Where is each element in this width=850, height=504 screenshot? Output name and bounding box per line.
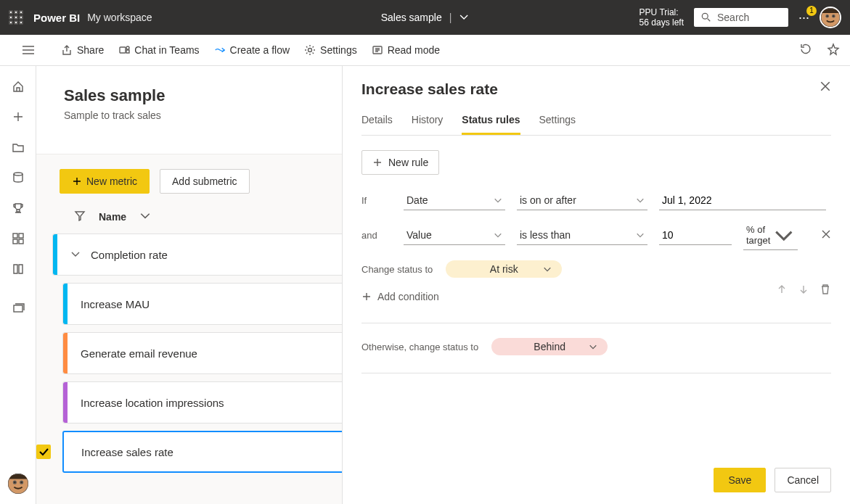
trial-info: PPU Trial: 56 days left — [639, 7, 684, 28]
rule-value-input-2[interactable] — [659, 226, 732, 245]
tab-status-rules[interactable]: Status rules — [462, 114, 520, 135]
add-condition-button[interactable]: Add condition — [361, 291, 439, 302]
rule-field-dropdown-2[interactable]: Value — [404, 226, 505, 245]
metric-name: Increase location impressions — [81, 397, 224, 409]
rule-if-label: If — [361, 195, 392, 206]
row-checkbox[interactable] — [36, 445, 51, 459]
chat-teams-button[interactable]: Chat in Teams — [118, 44, 199, 56]
notification-badge: 1 — [806, 6, 817, 16]
add-submetric-button[interactable]: Add submetric — [160, 169, 249, 194]
app-launcher-icon[interactable] — [9, 10, 23, 25]
sort-chevron-icon[interactable] — [139, 210, 151, 223]
move-rule-down-icon[interactable] — [798, 284, 809, 297]
search-placeholder: Search — [717, 12, 749, 23]
panel-title: Increase sales rate — [361, 80, 831, 98]
rule-operator-dropdown-2[interactable]: is less than — [517, 226, 647, 245]
nav-toggle-icon[interactable] — [10, 45, 46, 55]
nav-apps-icon[interactable] — [11, 231, 25, 246]
rule-operator-dropdown-1[interactable]: is on or after — [517, 191, 647, 210]
nav-user-avatar[interactable] — [8, 474, 28, 494]
new-rule-button[interactable]: New rule — [361, 150, 439, 175]
nav-learn-icon[interactable] — [11, 262, 25, 276]
rule-field-dropdown-1[interactable]: Date — [404, 191, 505, 210]
nav-home-icon[interactable] — [11, 79, 25, 94]
status-dropdown-atrisk[interactable]: At risk — [446, 260, 562, 278]
tab-history[interactable]: History — [412, 114, 444, 135]
report-name[interactable]: Sales sample — [381, 12, 442, 23]
column-name-header[interactable]: Name — [99, 211, 126, 223]
move-rule-up-icon[interactable] — [776, 284, 788, 297]
status-dropdown-behind[interactable]: Behind — [491, 338, 608, 355]
share-button[interactable]: Share — [61, 44, 104, 56]
report-dropdown-icon[interactable] — [459, 12, 469, 24]
favorite-star-icon[interactable] — [827, 43, 840, 58]
save-button[interactable]: Save — [714, 468, 766, 492]
brand-name: Power BI — [33, 12, 80, 24]
metric-name: Generate email revenue — [81, 347, 197, 360]
user-avatar[interactable] — [820, 7, 841, 28]
rule-unit-dropdown[interactable]: % of target — [743, 220, 798, 250]
search-input[interactable]: Search — [694, 8, 788, 27]
cancel-button[interactable]: Cancel — [775, 468, 831, 492]
rule-and-label: and — [361, 230, 392, 241]
new-metric-button[interactable]: New metric — [60, 169, 150, 194]
nav-create-icon[interactable] — [11, 110, 25, 124]
trial-line-1: PPU Trial: — [639, 7, 684, 17]
change-status-label: Change status to — [361, 264, 433, 275]
close-panel-icon[interactable] — [820, 80, 831, 94]
page-title: Sales sample — [64, 86, 165, 105]
separator: | — [449, 12, 452, 23]
settings-button[interactable]: Settings — [304, 44, 357, 56]
metric-name: Increase MAU — [81, 298, 150, 310]
page-subtitle: Sample to track sales — [64, 110, 165, 121]
delete-rule-icon[interactable] — [820, 284, 831, 297]
otherwise-label: Otherwise, change status to — [361, 342, 478, 352]
nav-goals-icon[interactable] — [11, 201, 25, 215]
remove-condition-icon[interactable] — [821, 229, 831, 241]
tab-settings[interactable]: Settings — [539, 114, 576, 135]
create-flow-button[interactable]: Create a flow — [214, 44, 290, 56]
nav-workspaces-icon[interactable] — [11, 301, 25, 315]
read-mode-button[interactable]: Read mode — [372, 44, 440, 56]
nav-browse-icon[interactable] — [11, 140, 25, 154]
nav-data-icon[interactable] — [11, 170, 25, 185]
filter-icon[interactable] — [74, 210, 86, 223]
more-options-icon[interactable]: ··· 1 — [798, 10, 809, 25]
expand-chevron-icon[interactable] — [70, 249, 81, 261]
metric-name: Completion rate — [91, 249, 168, 261]
refresh-icon[interactable] — [799, 43, 812, 58]
rule-value-input-1[interactable] — [659, 191, 826, 210]
trial-line-2: 56 days left — [639, 17, 684, 28]
tab-details[interactable]: Details — [361, 114, 393, 135]
metric-name: Increase sales rate — [81, 446, 173, 458]
workspace-name[interactable]: My workspace — [87, 12, 152, 23]
